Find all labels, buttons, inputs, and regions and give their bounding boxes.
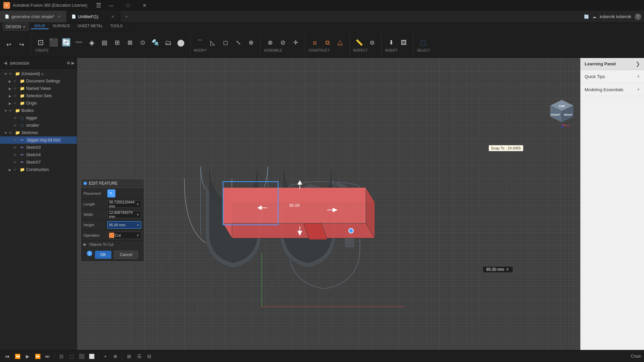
ef-info-button[interactable]: i [87, 251, 92, 256]
chamfer-button[interactable]: ◺ [207, 37, 219, 49]
angle-offset-button[interactable]: ⧋ [334, 37, 346, 49]
ef-cancel-button[interactable]: Cancel [114, 251, 138, 259]
tree-item-construction[interactable]: ▶ 👁 📁 Construction [0, 166, 77, 173]
hole-button[interactable]: ⊙ [137, 37, 149, 49]
as-built-button[interactable]: ⊘ [277, 37, 289, 49]
tree-item-sketch4[interactable]: 👁 ✏ Sketch4 [0, 151, 77, 159]
ef-length-input[interactable]: 30.7250120444 mm ▼ [107, 200, 141, 208]
emboss-button[interactable]: ⊠ [124, 37, 136, 49]
pb-prev-button[interactable]: ⏪ [13, 352, 22, 361]
redo-button[interactable]: ↪ [15, 39, 28, 51]
minimize-button[interactable]: — [103, 0, 119, 11]
tree-item-sketch7[interactable]: 👁 ✏ Sketch7 [0, 159, 77, 166]
pb-grid-button[interactable]: ⊞ [124, 352, 134, 361]
midplane-button[interactable]: ⧉ [321, 37, 333, 49]
new-tab-button[interactable]: + [120, 11, 132, 22]
pb-free-select-button[interactable]: ⬜ [87, 352, 96, 361]
undo-button[interactable]: ↩ [3, 39, 15, 51]
tab-sheet-metal[interactable]: SHEET METAL [74, 23, 106, 29]
close-button[interactable]: ✕ [137, 0, 152, 11]
shell-button[interactable]: ◻ [219, 37, 231, 49]
tree-item-origin[interactable]: ▶ 👁 📁 Origin [0, 100, 77, 107]
offset-plane-button[interactable]: ⧈ [309, 37, 321, 49]
ef-height-input[interactable]: 95.00 mm ▼ [107, 221, 141, 229]
pb-start-button[interactable]: ⏮ [3, 352, 12, 361]
menu-icon[interactable]: ☰ [94, 2, 103, 9]
toolbar-divider-7 [413, 33, 414, 56]
tab-surface[interactable]: SURFACE [49, 23, 73, 29]
tab-bar-actions: 🔄 ☁ kobernik kobernik ? [581, 11, 644, 22]
tree-item-unsaved[interactable]: ▼ 👁 📁 (Unsaved) ● [0, 70, 77, 77]
unsaved-settings[interactable]: ● [41, 72, 43, 76]
fillet-button[interactable]: ⌒ [194, 37, 206, 49]
tree-item-bigger-ring[interactable]: 👁 ✏ bigger ring 54 mm [0, 136, 77, 144]
rib-button[interactable]: ▤ [98, 37, 110, 49]
maximize-button[interactable]: □ [120, 0, 136, 11]
browser-settings-icon[interactable]: ⚙ [67, 61, 70, 65]
browser-collapse-button[interactable]: ◀ [3, 61, 8, 66]
pb-display-button[interactable]: ☰ [135, 352, 144, 361]
box-button[interactable]: 🗂 [162, 37, 174, 49]
ef-ok-button[interactable]: OK [95, 251, 111, 259]
extrude-button[interactable]: ⬛ [47, 37, 59, 49]
viewport[interactable]: 95.00 Snap To : 24.6955 95.00 mm ▼ EDIT … [77, 58, 580, 350]
joint-origin-button[interactable]: ✛ [289, 37, 302, 49]
ef-operation-input[interactable]: Cut ▼ [107, 232, 141, 239]
interference-button[interactable]: ⊜ [366, 37, 378, 49]
tab-untitled[interactable]: 📄 Untitled*(1) ✕ [67, 11, 120, 22]
ef-placement-button[interactable]: ↖ [107, 189, 115, 197]
web-button[interactable]: ⊞ [111, 37, 123, 49]
quick-tips-expand: + [637, 73, 640, 79]
sweep-button[interactable]: 〰 [73, 37, 85, 49]
quick-tips-item[interactable]: Quick Tips + [581, 70, 644, 83]
modeling-essentials-item[interactable]: Modeling Essentials + [581, 83, 644, 96]
pb-add-button[interactable]: + [101, 352, 110, 361]
learning-panel-close[interactable]: ❯ [636, 61, 640, 67]
tree-item-named-views[interactable]: ▶ 👁 📁 Named Views [0, 85, 77, 92]
measure-button[interactable]: 📏 [353, 37, 365, 49]
ef-width-input[interactable]: 12.808799379 mm ▼ [107, 211, 141, 218]
tab-close-1[interactable]: ✕ [110, 14, 115, 19]
tree-item-sketches[interactable]: ▼ 👁 📁 Sketches [0, 129, 77, 136]
tree-label-origin: Origin [26, 101, 37, 106]
tree-item-sketch3[interactable]: 👁 ✏ Sketch3 [0, 144, 77, 151]
tab-close-0[interactable]: ✕ [56, 14, 62, 19]
tab-generative-chair[interactable]: 📄 generative chair simple* ✕ [0, 11, 67, 22]
navcube-container[interactable]: TOP FRONT RIGHT Z X [547, 98, 577, 128]
select-button[interactable]: ⬚ [417, 37, 429, 49]
eye-icon-named-views: 👁 [13, 87, 19, 90]
new-component-button[interactable]: ⊡ [35, 37, 47, 49]
combine-button[interactable]: ⊕ [245, 37, 257, 49]
sync-icon[interactable]: 🔄 [584, 14, 589, 19]
pb-branch-button[interactable]: ⊕ [111, 352, 120, 361]
tab-solid[interactable]: SOLID [31, 23, 49, 29]
thread-button[interactable]: 🔩 [149, 37, 161, 49]
pb-paint-select-button[interactable]: ⬛ [77, 352, 86, 361]
revolve-button[interactable]: 🔄 [60, 37, 72, 49]
tree-item-doc-settings[interactable]: ▶ 👁 📁 Document Settings [0, 77, 77, 85]
cloud-icon[interactable]: ☁ [592, 14, 596, 19]
learning-panel-title: Learning Panel [585, 61, 616, 66]
pb-select-mode-button[interactable]: ⊡ [57, 352, 66, 361]
tree-item-bodies[interactable]: ▼ 👁 📁 Bodies [0, 107, 77, 114]
tree-item-bigger[interactable]: 👁 □ bigger [0, 114, 77, 122]
pb-next-button[interactable]: ⏩ [33, 352, 42, 361]
cylinder-button[interactable]: ⬤ [175, 37, 187, 49]
help-icon[interactable]: ? [635, 13, 641, 20]
design-button[interactable]: DESIGN ▼ [3, 23, 29, 31]
pb-end-button[interactable]: ⏭ [43, 352, 52, 361]
scale-button[interactable]: ⤡ [232, 37, 244, 49]
pb-appearance-button[interactable]: ⊟ [145, 352, 154, 361]
tree-item-selection-sets[interactable]: ▶ 👁 📁 Selection Sets [0, 92, 77, 100]
browser-expand-icon[interactable]: ▶ [71, 61, 74, 65]
tree-item-smaller[interactable]: 👁 □ smaller [0, 122, 77, 129]
pb-box-select-button[interactable]: ⬚ [67, 352, 76, 361]
loft-button[interactable]: ◈ [86, 37, 98, 49]
joint-button[interactable]: ⊗ [264, 37, 276, 49]
pb-play-button[interactable]: ▶ [23, 352, 32, 361]
insert-canvas-button[interactable]: 🖼 [398, 37, 410, 49]
ef-objects-row[interactable]: ▶ Objects To Cut [81, 241, 144, 248]
insert-derive-button[interactable]: ⬇ [385, 37, 397, 49]
tab-tools[interactable]: TOOLS [107, 23, 126, 29]
size-tooltip[interactable]: 95.00 mm ▼ [483, 266, 513, 273]
